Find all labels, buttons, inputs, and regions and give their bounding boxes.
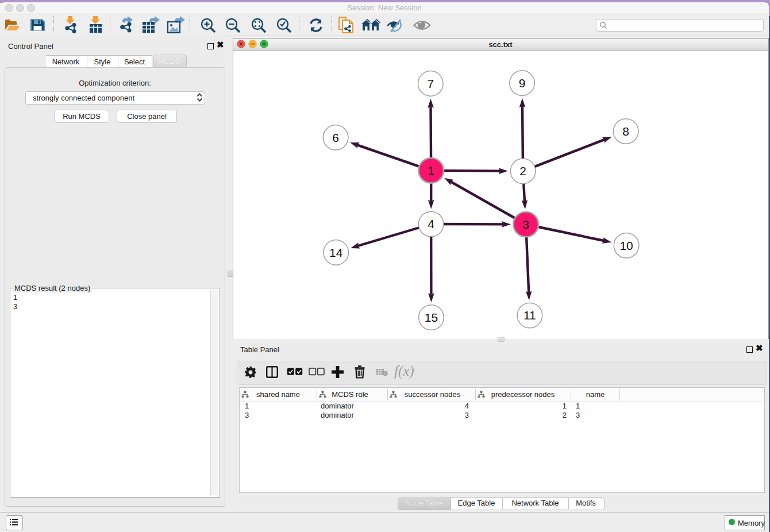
svg-text:7: 7 <box>427 77 434 90</box>
svg-text:15: 15 <box>425 311 438 324</box>
svg-text:9: 9 <box>519 76 526 90</box>
svg-text:14: 14 <box>329 246 343 259</box>
svg-text:10: 10 <box>619 239 633 252</box>
svg-text:8: 8 <box>622 125 629 138</box>
svg-text:11: 11 <box>523 309 536 322</box>
svg-text:4: 4 <box>428 217 434 230</box>
svg-text:2: 2 <box>519 164 526 178</box>
svg-text:1: 1 <box>428 164 434 177</box>
svg-text:6: 6 <box>332 131 339 144</box>
svg-text:3: 3 <box>522 218 529 231</box>
